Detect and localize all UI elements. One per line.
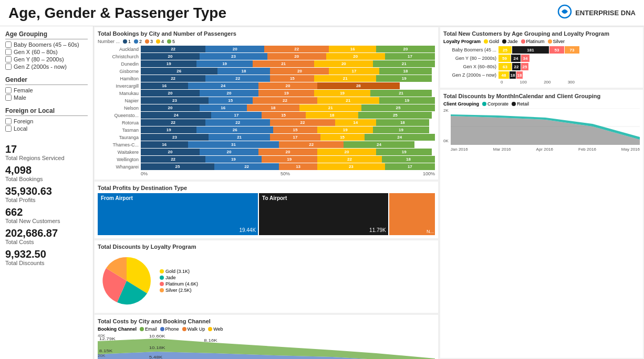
gen-y-row: Gen Y (80 – 2000s) 59 24 34	[443, 55, 640, 62]
gen-x-option[interactable]: Gen X (60 – 80s)	[5, 49, 88, 55]
month-feb: Feb 2016	[578, 147, 596, 152]
stat-profits-value: 35,930.63	[5, 185, 88, 197]
to-airport-label: To Airport	[262, 195, 287, 201]
bar-segments: 2222221418	[141, 119, 435, 126]
gz-jade: 18	[510, 71, 516, 79]
bar-label: Napier	[98, 98, 141, 103]
bar-seg-1: 18	[217, 68, 271, 75]
bar-row: Whangarei2522132317	[98, 163, 435, 170]
gen-y-bars: 59 24 34	[498, 55, 529, 62]
bar-seg-2: 20	[267, 53, 326, 60]
bb-gold: 25	[498, 46, 512, 54]
bar-row: Waitakere2020202019	[98, 149, 435, 155]
axis-100: 100%	[423, 171, 435, 176]
profits-title: Total Profits by Destination Type	[98, 185, 435, 191]
gz-platinum: 18	[516, 71, 523, 79]
bar-segments: 2315222119	[141, 97, 435, 104]
foreign-option[interactable]: Foreign	[5, 118, 88, 124]
silver-label: Silver (2.5K)	[165, 288, 192, 293]
gender-title: Gender	[5, 76, 88, 85]
number-label: Number ...	[98, 39, 120, 44]
female-option[interactable]: Female	[5, 87, 88, 93]
bar-label: Christchurch	[98, 54, 141, 59]
bar-seg-4: 24	[344, 141, 414, 148]
gen-y-checkbox[interactable]	[5, 56, 12, 62]
bar-seg-3: 21	[317, 97, 379, 104]
bar-row: Tauranga2321171524	[98, 134, 435, 141]
bar-legend: Number ... 1 2 3 4 5	[98, 39, 435, 44]
pie-section: Total Discounts by Loyalty Program	[95, 240, 438, 313]
male-option[interactable]: Male	[5, 94, 88, 101]
male-checkbox[interactable]	[5, 94, 12, 101]
bar-seg-0: 20	[141, 104, 200, 111]
bar-seg-3: 18	[306, 112, 359, 119]
baby-boomers-option[interactable]: Baby Boomers (45 – 60s)	[5, 41, 88, 48]
bar-chart-title: Total Bookings by City and Number of Pas…	[98, 30, 435, 37]
bb-silver: 73	[565, 46, 579, 54]
female-label: Female	[14, 87, 33, 93]
bar-label: Tasman	[98, 128, 141, 133]
gen-x-row-label: Gen X (60–80s)	[443, 64, 498, 69]
platinum-prog: Platinum	[521, 39, 545, 44]
gen-y-row-label: Gen Y (80 – 2000s)	[443, 56, 498, 61]
logo-area: ENTERPRISE DNA	[557, 4, 636, 22]
to-airport-bar: To Airport 11.79K	[259, 193, 388, 235]
bar-seg-1: 22	[205, 75, 270, 82]
monthly-legend: Client Grouping Corporate Retail	[443, 101, 640, 107]
stat-discounts-label: Total Discounts	[5, 260, 88, 266]
gx-platinum: 25	[521, 63, 528, 70]
left-panel: Age Grouping Baby Boomers (45 – 60s) Gen…	[0, 26, 94, 359]
bar-seg-3: 23	[317, 163, 385, 170]
bar-seg-1: 20	[200, 90, 258, 97]
legend-4: 4	[156, 39, 164, 44]
bar-seg-2: 13	[279, 163, 317, 170]
baby-boomers-label: Baby Boomers (45 – 60s)	[14, 41, 79, 48]
stat-profits-label: Total Profits	[5, 197, 88, 203]
svg-text:10.18K: 10.18K	[149, 345, 165, 350]
bar-segments: 2522132317	[141, 163, 435, 170]
phone-legend: Phone	[160, 326, 179, 332]
legend-5: 5	[167, 39, 175, 44]
web-legend: Web	[208, 326, 223, 332]
bar-segments: 2417151825	[141, 112, 435, 119]
local-checkbox[interactable]	[5, 125, 12, 132]
svg-text:8.16K: 8.16K	[204, 338, 217, 342]
gen-z-checkbox[interactable]	[5, 64, 12, 70]
stat-customers-label: Total New Customers	[5, 218, 88, 224]
bar-segments: 16312224	[141, 141, 435, 148]
bar-label: Wellington	[98, 157, 141, 162]
content-area: Age Grouping Baby Boomers (45 – 60s) Gen…	[0, 26, 644, 359]
bar-seg-0: 23	[141, 134, 209, 141]
bar-row: Tasman1926151919	[98, 126, 435, 133]
foreign-checkbox[interactable]	[5, 118, 12, 124]
female-checkbox[interactable]	[5, 87, 12, 93]
header: Age, Gender & Passenger Type ENTERPRISE …	[0, 0, 644, 26]
age-grouping-filter: Age Grouping Baby Boomers (45 – 60s) Gen…	[5, 30, 88, 71]
pie-content: Gold (3.1K) Jade Platinum (4.6K) Silver …	[98, 252, 435, 310]
bar-seg-1: 19	[196, 60, 252, 67]
gen-y-option[interactable]: Gen Y (80 – 2000s)	[5, 56, 88, 62]
baby-boomers-checkbox[interactable]	[5, 41, 12, 48]
bar-seg-3: 16	[329, 46, 376, 52]
gen-x-checkbox[interactable]	[5, 49, 12, 55]
gen-z-option[interactable]: Gen Z (2000s - now)	[5, 64, 88, 70]
from-airport-bar: From Airport 19.44K	[98, 193, 258, 235]
gold-prog: Gold	[484, 39, 499, 44]
age-grouping-title: Age Grouping	[5, 30, 88, 39]
bar-seg-4: 18	[379, 68, 432, 75]
stat-costs: 202,686.87 Total Costs	[5, 227, 88, 245]
bar-row: Manukau2020191921	[98, 90, 435, 97]
month-may: May 2016	[621, 147, 640, 152]
local-option[interactable]: Local	[5, 125, 88, 132]
bar-segments: 2016182125	[141, 104, 435, 111]
bar-seg-4: 17	[385, 53, 435, 60]
month-jan: Jan 2016	[451, 147, 468, 152]
n-bar: N...	[389, 193, 435, 235]
bar-label: Dunedin	[98, 61, 141, 67]
monthly-discounts-section: Total Discounts by MonthInCalendar and C…	[440, 90, 643, 358]
bar-chart-rows: Auckland2220221620Christchurch2023202017…	[98, 46, 435, 170]
bar-seg-0: 24	[141, 112, 211, 119]
bar-label: Manukau	[98, 91, 141, 96]
bar-seg-0: 20	[141, 90, 200, 97]
bb-platinum: 53	[549, 46, 564, 54]
